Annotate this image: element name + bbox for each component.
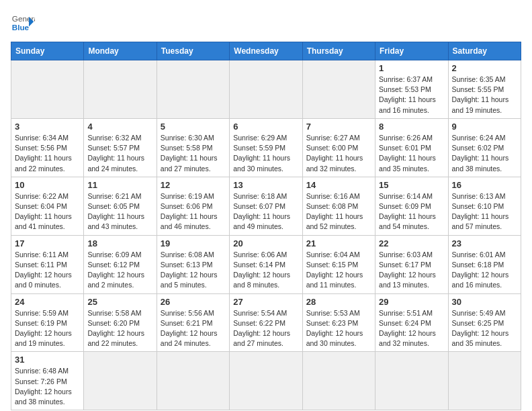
calendar-cell: 5Sunrise: 6:30 AM Sunset: 5:58 PM Daylig… — [157, 118, 229, 177]
day-info: Sunrise: 6:01 AM Sunset: 6:18 PM Dayligh… — [452, 250, 517, 291]
day-info: Sunrise: 5:51 AM Sunset: 6:24 PM Dayligh… — [379, 308, 444, 349]
calendar-cell: 30Sunrise: 5:49 AM Sunset: 6:25 PM Dayli… — [448, 293, 521, 352]
calendar-cell: 31Sunrise: 6:48 AM Sunset: 7:26 PM Dayli… — [11, 352, 84, 410]
logo: General Blue — [11, 11, 35, 35]
calendar-cell: 4Sunrise: 6:32 AM Sunset: 5:57 PM Daylig… — [84, 118, 157, 177]
calendar-cell: 17Sunrise: 6:11 AM Sunset: 6:11 PM Dayli… — [11, 235, 84, 293]
calendar-cell: 26Sunrise: 5:56 AM Sunset: 6:21 PM Dayli… — [157, 293, 229, 352]
day-info: Sunrise: 5:54 AM Sunset: 6:22 PM Dayligh… — [233, 308, 298, 349]
day-info: Sunrise: 6:04 AM Sunset: 6:15 PM Dayligh… — [306, 250, 371, 291]
day-number: 21 — [306, 238, 371, 248]
header: General Blue — [11, 11, 521, 35]
calendar-cell — [302, 352, 375, 410]
calendar-cell: 6Sunrise: 6:29 AM Sunset: 5:59 PM Daylig… — [230, 118, 302, 177]
day-number: 27 — [233, 297, 298, 307]
day-number: 11 — [87, 180, 152, 190]
day-info: Sunrise: 6:24 AM Sunset: 6:02 PM Dayligh… — [452, 133, 517, 174]
calendar-cell: 23Sunrise: 6:01 AM Sunset: 6:18 PM Dayli… — [448, 235, 521, 293]
calendar-cell — [230, 352, 302, 410]
day-number: 8 — [379, 122, 444, 132]
day-number: 17 — [15, 238, 80, 248]
calendar-cell: 25Sunrise: 5:58 AM Sunset: 6:20 PM Dayli… — [84, 293, 157, 352]
week-row-5: 31Sunrise: 6:48 AM Sunset: 7:26 PM Dayli… — [11, 352, 521, 410]
day-number: 13 — [233, 180, 298, 190]
day-number: 12 — [161, 180, 226, 190]
calendar-cell: 1Sunrise: 6:37 AM Sunset: 5:53 PM Daylig… — [375, 60, 448, 119]
calendar-cell — [375, 352, 448, 410]
day-info: Sunrise: 6:21 AM Sunset: 6:05 PM Dayligh… — [87, 191, 152, 232]
calendar-cell: 3Sunrise: 6:34 AM Sunset: 5:56 PM Daylig… — [11, 118, 84, 177]
day-number: 15 — [379, 180, 444, 190]
day-number: 16 — [452, 180, 517, 190]
calendar-cell: 20Sunrise: 6:06 AM Sunset: 6:14 PM Dayli… — [230, 235, 302, 293]
day-info: Sunrise: 6:30 AM Sunset: 5:58 PM Dayligh… — [161, 133, 226, 174]
weekday-header-wednesday: Wednesday — [230, 42, 302, 60]
day-info: Sunrise: 6:03 AM Sunset: 6:17 PM Dayligh… — [379, 250, 444, 291]
calendar-cell: 14Sunrise: 6:16 AM Sunset: 6:08 PM Dayli… — [302, 177, 375, 235]
day-number: 29 — [379, 297, 444, 307]
calendar-cell: 9Sunrise: 6:24 AM Sunset: 6:02 PM Daylig… — [448, 118, 521, 177]
calendar-cell: 27Sunrise: 5:54 AM Sunset: 6:22 PM Dayli… — [230, 293, 302, 352]
day-info: Sunrise: 6:13 AM Sunset: 6:10 PM Dayligh… — [452, 191, 517, 232]
calendar-cell: 18Sunrise: 6:09 AM Sunset: 6:12 PM Dayli… — [84, 235, 157, 293]
day-info: Sunrise: 5:59 AM Sunset: 6:19 PM Dayligh… — [15, 308, 80, 349]
calendar-cell: 28Sunrise: 5:53 AM Sunset: 6:23 PM Dayli… — [302, 293, 375, 352]
calendar-cell — [11, 60, 84, 119]
day-number: 2 — [452, 63, 517, 73]
day-info: Sunrise: 6:16 AM Sunset: 6:08 PM Dayligh… — [306, 191, 371, 232]
calendar-cell: 2Sunrise: 6:35 AM Sunset: 5:55 PM Daylig… — [448, 60, 521, 119]
day-info: Sunrise: 5:56 AM Sunset: 6:21 PM Dayligh… — [161, 308, 226, 349]
week-row-1: 3Sunrise: 6:34 AM Sunset: 5:56 PM Daylig… — [11, 118, 521, 177]
day-info: Sunrise: 6:48 AM Sunset: 7:26 PM Dayligh… — [15, 366, 80, 407]
day-info: Sunrise: 6:27 AM Sunset: 6:00 PM Dayligh… — [306, 133, 371, 174]
day-number: 18 — [87, 238, 152, 248]
calendar-cell — [230, 60, 302, 119]
day-info: Sunrise: 5:53 AM Sunset: 6:23 PM Dayligh… — [306, 308, 371, 349]
calendar-cell: 10Sunrise: 6:22 AM Sunset: 6:04 PM Dayli… — [11, 177, 84, 235]
calendar-cell — [157, 60, 229, 119]
calendar-cell: 13Sunrise: 6:18 AM Sunset: 6:07 PM Dayli… — [230, 177, 302, 235]
calendar: SundayMondayTuesdayWednesdayThursdayFrid… — [11, 42, 521, 410]
logo-icon: General Blue — [11, 11, 35, 35]
day-number: 10 — [15, 180, 80, 190]
calendar-cell: 15Sunrise: 6:14 AM Sunset: 6:09 PM Dayli… — [375, 177, 448, 235]
day-info: Sunrise: 6:19 AM Sunset: 6:06 PM Dayligh… — [161, 191, 226, 232]
calendar-cell — [84, 352, 157, 410]
day-info: Sunrise: 6:32 AM Sunset: 5:57 PM Dayligh… — [87, 133, 152, 174]
day-info: Sunrise: 6:11 AM Sunset: 6:11 PM Dayligh… — [15, 250, 80, 291]
day-info: Sunrise: 6:34 AM Sunset: 5:56 PM Dayligh… — [15, 133, 80, 174]
day-number: 25 — [87, 297, 152, 307]
day-number: 26 — [161, 297, 226, 307]
calendar-cell: 21Sunrise: 6:04 AM Sunset: 6:15 PM Dayli… — [302, 235, 375, 293]
calendar-cell: 7Sunrise: 6:27 AM Sunset: 6:00 PM Daylig… — [302, 118, 375, 177]
day-number: 24 — [15, 297, 80, 307]
svg-text:Blue: Blue — [12, 23, 30, 32]
day-info: Sunrise: 5:49 AM Sunset: 6:25 PM Dayligh… — [452, 308, 517, 349]
day-info: Sunrise: 6:14 AM Sunset: 6:09 PM Dayligh… — [379, 191, 444, 232]
day-number: 5 — [161, 122, 226, 132]
day-number: 14 — [306, 180, 371, 190]
calendar-cell: 8Sunrise: 6:26 AM Sunset: 6:01 PM Daylig… — [375, 118, 448, 177]
day-number: 3 — [15, 122, 80, 132]
weekday-header-thursday: Thursday — [302, 42, 375, 60]
day-number: 7 — [306, 122, 371, 132]
calendar-cell — [448, 352, 521, 410]
week-row-3: 17Sunrise: 6:11 AM Sunset: 6:11 PM Dayli… — [11, 235, 521, 293]
day-info: Sunrise: 6:06 AM Sunset: 6:14 PM Dayligh… — [233, 250, 298, 291]
calendar-cell: 24Sunrise: 5:59 AM Sunset: 6:19 PM Dayli… — [11, 293, 84, 352]
day-info: Sunrise: 6:08 AM Sunset: 6:13 PM Dayligh… — [161, 250, 226, 291]
calendar-cell — [302, 60, 375, 119]
day-number: 31 — [15, 355, 80, 365]
day-number: 19 — [161, 238, 226, 248]
calendar-cell: 11Sunrise: 6:21 AM Sunset: 6:05 PM Dayli… — [84, 177, 157, 235]
calendar-cell — [157, 352, 229, 410]
week-row-0: 1Sunrise: 6:37 AM Sunset: 5:53 PM Daylig… — [11, 60, 521, 119]
day-info: Sunrise: 5:58 AM Sunset: 6:20 PM Dayligh… — [87, 308, 152, 349]
weekday-header-tuesday: Tuesday — [157, 42, 229, 60]
weekday-header-saturday: Saturday — [448, 42, 521, 60]
weekday-header-friday: Friday — [375, 42, 448, 60]
day-info: Sunrise: 6:37 AM Sunset: 5:53 PM Dayligh… — [379, 75, 444, 116]
day-number: 1 — [379, 63, 444, 73]
weekday-header-monday: Monday — [84, 42, 157, 60]
day-info: Sunrise: 6:18 AM Sunset: 6:07 PM Dayligh… — [233, 191, 298, 232]
